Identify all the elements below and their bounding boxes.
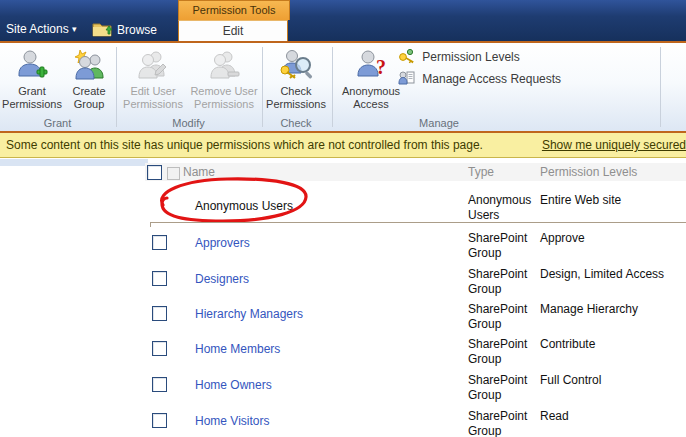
status-bar: Some content on this site has unique per… [0,133,686,158]
row-checkbox[interactable] [152,413,167,428]
row-permission: Read [540,409,686,424]
table-separator-tick [150,222,151,227]
row-name-link[interactable]: Approvers [195,236,250,250]
row-checkbox[interactable] [152,235,167,250]
table-row-home-owners: Home Owners SharePoint Group Full Contro… [145,371,686,406]
permission-levels-menu-item[interactable]: Permission Levels [398,48,520,66]
grant-permissions-icon [1,46,63,85]
row-name-link[interactable]: Hierarchy Managers [195,307,303,321]
row-permission: Entire Web site [540,193,686,208]
row-permission: Full Control [540,373,686,388]
table-separator-line [150,222,686,223]
remove-user-permissions-button[interactable]: Remove User Permissions [187,46,261,126]
column-header-type[interactable]: Type [468,165,494,179]
check-permissions-label: Check Permissions [266,85,326,110]
edit-user-permissions-label: Edit User Permissions [123,85,183,110]
table-row-home-members: Home Members SharePoint Group Contribute [145,335,686,370]
row-permission: Design, Limited Access [540,267,686,282]
row-type: SharePoint Group [468,231,546,261]
select-all-checkbox[interactable] [147,165,162,180]
row-name-link[interactable]: Home Members [195,342,280,356]
check-permissions-icon [264,46,328,85]
row-name-link[interactable]: Home Visitors [195,414,269,428]
ribbon-group-label-check: Check [262,117,330,129]
row-name-link[interactable]: Designers [195,272,249,286]
site-actions-menu[interactable]: Site Actions ▾ [6,22,77,36]
permission-levels-label: Permission Levels [422,50,519,64]
row-permission: Manage Hierarchy [540,302,686,317]
edit-user-permissions-icon [119,46,187,85]
manage-access-requests-label: Manage Access Requests [422,72,561,86]
row-type: SharePoint Group [468,267,546,297]
manage-access-requests-menu-item[interactable]: Manage Access Requests [398,70,561,88]
svg-text:?: ? [376,56,386,78]
row-type: SharePoint Group [468,302,546,332]
tab-edit[interactable]: Edit [178,20,288,41]
create-group-button[interactable]: Create Group [63,46,115,126]
permission-levels-icon [398,48,415,64]
group-divider [660,47,661,127]
row-type: Anonymous Users [468,193,546,223]
row-type: SharePoint Group [468,373,546,403]
site-actions-label: Site Actions [6,22,69,36]
row-type: SharePoint Group [468,337,546,367]
ribbon-group-label-manage: Manage [333,117,545,129]
remove-user-permissions-icon [187,46,261,85]
row-type: SharePoint Group [468,409,546,437]
edit-user-permissions-button[interactable]: Edit User Permissions [119,46,187,126]
row-permission: Approve [540,231,686,246]
table-row-approvers: Approvers SharePoint Group Approve [145,229,686,264]
group-divider [332,47,333,127]
row-checkbox[interactable] [152,341,167,356]
show-uniquely-secured-link[interactable]: Show me uniquely secured [542,138,686,152]
column-header-permission-levels[interactable]: Permission Levels [540,165,637,179]
anonymous-access-button[interactable]: ? Anonymous Access [341,46,401,126]
row-checkbox[interactable] [152,377,167,392]
left-nav-strip [0,159,148,166]
row-permission: Contribute [540,337,686,352]
check-permissions-button[interactable]: Check Permissions [264,46,328,126]
anonymous-access-label: Anonymous Access [342,85,400,110]
tab-browse[interactable]: Browse [108,20,166,41]
sharepoint-permissions-page: Site Actions ▾ Browse Permission Tools E… [0,0,686,437]
table-row-anonymous-users: Anonymous Users Anonymous Users Entire W… [145,181,686,222]
chevron-down-icon: ▾ [72,24,77,34]
row-checkbox[interactable] [152,271,167,286]
anonymous-access-icon: ? [341,46,401,85]
table-row-hierarchy-managers: Hierarchy Managers SharePoint Group Mana… [145,300,686,335]
ribbon-group-label-grant: Grant [1,117,114,129]
ribbon: Grant Permissions Create Group [0,43,686,131]
grant-permissions-label: Grant Permissions [2,85,62,110]
ribbon-group-label-modify: Modify [117,117,260,129]
row-name-link[interactable]: Home Owners [195,378,272,392]
manage-access-requests-icon [398,70,415,86]
column-header-name[interactable]: Name [183,165,215,179]
create-group-icon [63,46,115,85]
grant-permissions-button[interactable]: Grant Permissions [1,46,63,126]
remove-user-permissions-label: Remove User Permissions [190,85,257,110]
group-divider [116,47,117,127]
table-row-home-visitors: Home Visitors SharePoint Group Read [145,407,686,437]
top-navigation-bar: Site Actions ▾ Browse Permission Tools E… [0,0,686,41]
contextual-tab-group-permission-tools: Permission Tools [178,0,290,20]
name-sort-checkbox-icon [167,167,180,180]
group-divider [262,47,263,127]
table-header: Name Type Permission Levels [145,163,686,181]
create-group-label: Create Group [72,85,105,110]
row-name: Anonymous Users [195,199,293,213]
status-message: Some content on this site has unique per… [6,138,483,152]
table-row-designers: Designers SharePoint Group Design, Limit… [145,265,686,300]
row-checkbox[interactable] [152,306,167,321]
